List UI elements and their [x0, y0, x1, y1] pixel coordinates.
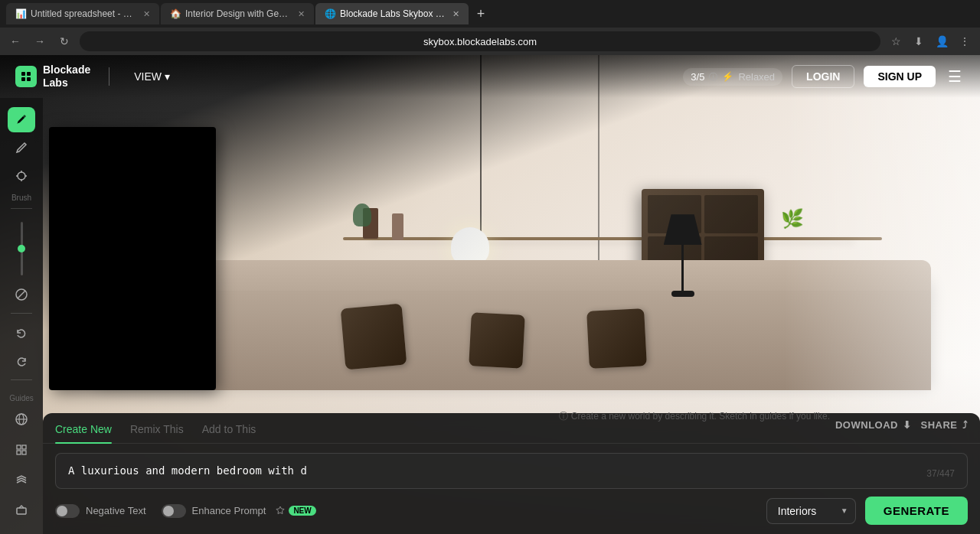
tab-favicon-1: 📊: [15, 8, 26, 19]
brush-label: Brush: [11, 194, 31, 202]
pillow-3: [586, 308, 647, 369]
tab-bar: 📊 Untitled spreadsheet - Goo... ✕ 🏠 Inte…: [0, 0, 980, 28]
panel-tabs: Create New Remix This Add to This DOWNLO…: [43, 413, 980, 444]
download-browser-button[interactable]: ⬇: [910, 32, 928, 50]
prompt-left-controls: Negative Text Enhance Prompt NEW: [55, 504, 316, 518]
redo-button[interactable]: [8, 348, 35, 373]
usage-count: 3/5: [691, 71, 704, 83]
tool-divider-2: [11, 313, 32, 314]
prompt-controls: Negative Text Enhance Prompt NEW: [55, 497, 968, 525]
svg-rect-3: [27, 77, 31, 81]
nav-right: 3/5 ⓘ ⚡ Relaxed LOGIN SIGN UP ☰: [683, 64, 965, 89]
info-icon: ⓘ: [709, 71, 717, 83]
download-label: DOWNLOAD: [835, 419, 898, 431]
brush-section: [21, 218, 23, 279]
download-button[interactable]: DOWNLOAD ⬇: [835, 419, 912, 431]
negative-text-label: Negative Text: [86, 505, 146, 516]
login-button[interactable]: LOGIN: [792, 65, 854, 88]
logo[interactable]: BlockadeLabs: [15, 63, 90, 90]
bottom-panel: Create New Remix This Add to This DOWNLO…: [43, 413, 980, 534]
tab-close-1[interactable]: ✕: [143, 9, 150, 19]
svg-rect-16: [17, 451, 21, 454]
prompt-input-wrapper: 37/447: [55, 453, 968, 489]
mode-icon: ⚡: [722, 71, 733, 82]
app-container: 🌿: [0, 55, 980, 534]
paint-tool-button[interactable]: [8, 107, 35, 132]
prompt-area: 37/447 Negative Text Enhance Prompt: [43, 444, 980, 534]
svg-rect-1: [27, 72, 31, 76]
prompt-input[interactable]: [68, 463, 926, 479]
brush-size-slider[interactable]: [21, 218, 23, 279]
tab-create-new[interactable]: Create New: [55, 423, 112, 443]
tab-remix-this[interactable]: Remix This: [130, 423, 184, 443]
share-button[interactable]: SHARE ⤴: [920, 419, 968, 431]
tab-spreadsheet[interactable]: 📊 Untitled spreadsheet - Goo... ✕: [6, 3, 159, 24]
bookmark-button[interactable]: ☆: [887, 32, 905, 50]
enhance-prompt-toggle[interactable]: [162, 504, 186, 518]
svg-rect-15: [22, 445, 26, 449]
globe-guides-button[interactable]: [8, 405, 35, 433]
usage-badge: 3/5 ⓘ ⚡ Relaxed: [683, 68, 782, 86]
guides-section: Guides: [8, 392, 35, 525]
prompt-right-controls: Interiors Exterior Landscape Sci-Fi Abst…: [766, 497, 968, 525]
pencil-tool-button[interactable]: [8, 135, 35, 161]
svg-rect-14: [17, 445, 21, 449]
address-bar: ← → ↻ ☆ ⬇ 👤 ⋮: [0, 28, 980, 55]
style-select[interactable]: Interiors Exterior Landscape Sci-Fi Abst…: [766, 498, 856, 524]
layers-button[interactable]: [8, 467, 35, 494]
tab-skybox[interactable]: 🌐 Blockade Labs Skybox - AI-G... ✕: [315, 3, 469, 24]
enhance-prompt-control: Enhance Prompt NEW: [162, 504, 316, 518]
chevron-down-icon: ▾: [165, 70, 170, 83]
tool-divider-3: [11, 379, 32, 380]
hamburger-menu-button[interactable]: ☰: [945, 64, 965, 89]
svg-point-4: [18, 172, 25, 180]
grid-guides-button[interactable]: [8, 436, 35, 464]
tab-favicon-3: 🌐: [325, 8, 335, 19]
share-icon: ⤴: [962, 419, 969, 431]
refresh-button[interactable]: ↻: [55, 32, 74, 50]
crosshair-tool-button[interactable]: [8, 164, 35, 189]
char-count: 37/447: [926, 468, 955, 479]
svg-rect-17: [22, 451, 26, 454]
guides-label: Guides: [9, 394, 34, 402]
more-options-button[interactable]: ⋮: [956, 32, 974, 50]
enhance-prompt-label: Enhance Prompt: [192, 505, 266, 516]
logo-divider: [109, 67, 109, 86]
undo-button[interactable]: [8, 320, 35, 345]
back-button[interactable]: ←: [6, 32, 24, 50]
signup-button[interactable]: SIGN UP: [864, 66, 936, 87]
generate-button[interactable]: GENERATE: [865, 497, 968, 525]
no-brush-button[interactable]: [8, 282, 35, 308]
forward-button[interactable]: →: [31, 32, 49, 50]
negative-text-control: Negative Text: [55, 504, 146, 518]
tab-close-3[interactable]: ✕: [452, 9, 459, 19]
tab-interior[interactable]: 🏠 Interior Design with Generati... ✕: [161, 3, 314, 24]
tab-add-to-this[interactable]: Add to This: [202, 423, 256, 443]
tab-close-2[interactable]: ✕: [298, 9, 305, 19]
panel-actions: DOWNLOAD ⬇ SHARE ⤴: [835, 419, 968, 431]
tab-label-2: Interior Design with Generati...: [185, 8, 290, 19]
new-tab-button[interactable]: +: [470, 3, 492, 24]
mode-label: Relaxed: [738, 71, 775, 83]
browser-actions: ☆ ⬇ 👤 ⋮: [887, 32, 974, 50]
download-icon: ⬇: [903, 419, 912, 431]
tool-divider-1: [11, 208, 32, 209]
address-input[interactable]: [80, 31, 880, 51]
nav-left: BlockadeLabs VIEW ▾: [15, 63, 176, 90]
enhance-icons: NEW: [275, 506, 315, 516]
pillow-1: [341, 304, 407, 370]
negative-text-toggle[interactable]: [55, 504, 80, 518]
lamp-decoration: [660, 214, 706, 291]
profile-button[interactable]: 👤: [933, 32, 951, 50]
svg-rect-0: [21, 72, 25, 76]
view-button[interactable]: VIEW ▾: [128, 67, 176, 86]
panel-hint: ⓘ Create a new world by describing it. S…: [559, 410, 830, 431]
shape-tool-button[interactable]: [8, 497, 35, 525]
pillow-2: [469, 312, 526, 369]
new-badge: NEW: [289, 506, 315, 516]
tab-label-3: Blockade Labs Skybox - AI-G...: [340, 8, 445, 19]
tab-label-1: Untitled spreadsheet - Goo...: [31, 8, 136, 19]
svg-rect-18: [17, 508, 26, 514]
share-label: SHARE: [920, 419, 957, 431]
app-nav: BlockadeLabs VIEW ▾ 3/5 ⓘ ⚡ Relaxed LOGI…: [0, 55, 980, 98]
